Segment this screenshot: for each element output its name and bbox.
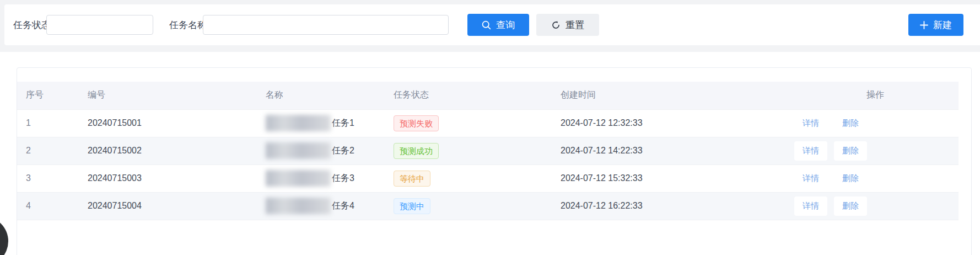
column-header-4: 创建时间 (552, 82, 789, 109)
status-badge: 等待中 (394, 171, 430, 187)
search-icon (482, 20, 491, 30)
detail-button[interactable]: 详情 (794, 141, 827, 161)
task-table: 序号编号名称任务状态创建时间操作 120240715001任务1预测失败2024… (17, 82, 959, 220)
column-header-5: 操作 (789, 82, 959, 109)
cell-name: 任务2 (257, 137, 386, 164)
cell-code: 20240715004 (80, 192, 257, 220)
delete-button[interactable]: 删除 (834, 196, 867, 216)
column-header-1: 编号 (80, 82, 257, 109)
redacted-name-blur (266, 198, 331, 214)
cell-code: 20240715002 (80, 137, 257, 164)
plus-icon (920, 21, 928, 29)
cell-index: 4 (17, 192, 80, 220)
status-badge: 预测中 (394, 198, 430, 214)
create-button[interactable]: 新建 (908, 14, 963, 36)
cell-status: 预测失败 (386, 109, 552, 137)
task-name-text: 任务4 (332, 201, 354, 210)
detail-button[interactable]: 详情 (794, 114, 827, 133)
task-name-text: 任务3 (332, 173, 354, 183)
cell-index: 1 (17, 109, 80, 137)
search-button[interactable]: 查询 (467, 14, 529, 36)
cell-name: 任务4 (257, 192, 386, 220)
refresh-icon (551, 20, 561, 30)
search-button-label: 查询 (496, 19, 515, 31)
status-badge: 预测失败 (394, 115, 439, 131)
task-table-card: 序号编号名称任务状态创建时间操作 120240715001任务1预测失败2024… (17, 67, 972, 255)
redacted-name-blur (266, 142, 331, 159)
column-header-2: 名称 (257, 82, 386, 109)
cell-index: 3 (17, 164, 80, 192)
delete-button[interactable]: 删除 (834, 169, 867, 188)
cell-actions: 详情删除 (789, 137, 959, 164)
redacted-name-blur (266, 170, 331, 187)
cell-actions: 详情删除 (789, 192, 959, 220)
table-header-row: 序号编号名称任务状态创建时间操作 (17, 82, 959, 109)
cell-index: 2 (17, 137, 80, 164)
cell-status: 预测成功 (386, 137, 552, 164)
cell-name: 任务1 (257, 109, 386, 137)
column-header-3: 任务状态 (386, 82, 552, 109)
cell-created: 2024-07-12 12:32:33 (552, 109, 789, 137)
task-status-input[interactable] (46, 15, 153, 35)
delete-button[interactable]: 删除 (834, 141, 867, 161)
task-name-input[interactable] (203, 15, 449, 35)
column-header-0: 序号 (17, 82, 80, 109)
delete-button[interactable]: 删除 (834, 114, 867, 133)
table-row: 320240715003任务3等待中2024-07-12 15:32:33详情删… (17, 164, 959, 192)
reset-button[interactable]: 重置 (536, 14, 599, 36)
detail-button[interactable]: 详情 (794, 169, 827, 188)
status-badge: 预测成功 (394, 143, 439, 159)
filter-bar: 任务状态: 任务名称: 查询 重置 新建 (4, 4, 980, 45)
cell-name: 任务3 (257, 164, 386, 192)
cell-actions: 详情删除 (789, 109, 959, 137)
table-body: 120240715001任务1预测失败2024-07-12 12:32:33详情… (17, 109, 959, 220)
cell-actions: 详情删除 (789, 164, 959, 192)
task-name-text: 任务1 (332, 118, 354, 128)
reset-button-label: 重置 (566, 19, 584, 31)
cell-created: 2024-07-12 16:22:33 (552, 192, 789, 220)
cell-status: 预测中 (386, 192, 552, 220)
redacted-name-blur (266, 115, 331, 131)
cell-created: 2024-07-12 14:22:33 (552, 137, 789, 164)
detail-button[interactable]: 详情 (794, 196, 827, 216)
table-row: 420240715004任务4预测中2024-07-12 16:22:33详情删… (17, 192, 959, 220)
task-name-text: 任务2 (332, 146, 354, 155)
table-row: 120240715001任务1预测失败2024-07-12 12:32:33详情… (17, 109, 959, 137)
create-button-label: 新建 (933, 19, 952, 31)
cell-status: 等待中 (386, 164, 552, 192)
table-row: 220240715002任务2预测成功2024-07-12 14:22:33详情… (17, 137, 959, 164)
cell-created: 2024-07-12 15:32:33 (552, 164, 789, 192)
cell-code: 20240715001 (80, 109, 257, 137)
cell-code: 20240715003 (80, 164, 257, 192)
